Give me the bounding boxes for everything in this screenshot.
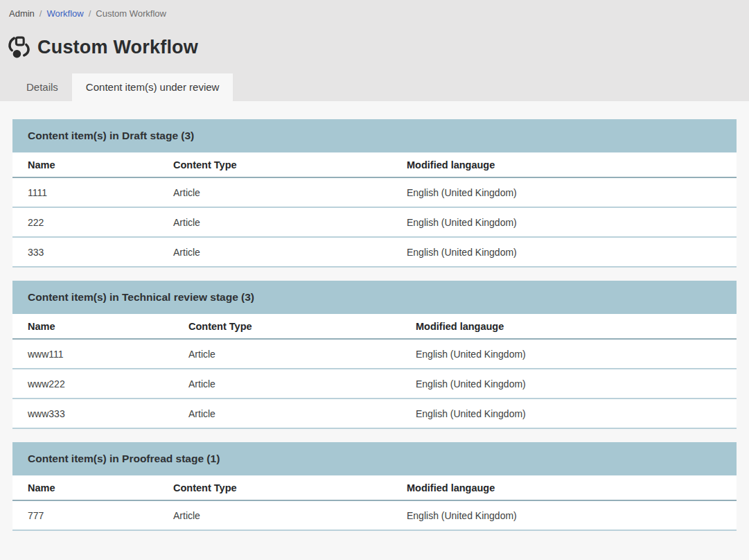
tab-details[interactable]: Details: [12, 73, 72, 101]
breadcrumb-item-current: Custom Workflow: [96, 8, 166, 19]
column-header: Content Type: [158, 152, 391, 177]
stage-section: Content item(s) in Draft stage (3) NameC…: [12, 119, 737, 268]
table-row: 1111ArticleEnglish (United Kingdom): [12, 177, 737, 207]
column-header: Content Type: [173, 314, 400, 339]
tab-content-items-under-review[interactable]: Content item(s) under review: [72, 73, 233, 101]
stage-section-title: Content item(s) in Technical review stag…: [12, 281, 737, 314]
content-items-table: NameContent TypeModified langauge 777Art…: [12, 475, 737, 531]
breadcrumb: Admin/Workflow/Custom Workflow: [0, 8, 749, 26]
content-items-table: NameContent TypeModified langauge 1111Ar…: [12, 152, 737, 268]
column-header: Modified langauge: [391, 152, 737, 177]
table-row: 777ArticleEnglish (United Kingdom): [12, 500, 737, 530]
table-cell: Article: [173, 339, 400, 369]
table-cell: Article: [158, 237, 391, 267]
table-cell: www222: [12, 369, 173, 399]
table-cell: 333: [12, 237, 158, 267]
table-cell: English (United Kingdom): [400, 339, 737, 369]
stage-section-title: Content item(s) in Draft stage (3): [12, 119, 737, 152]
table-cell: English (United Kingdom): [391, 500, 737, 530]
table-cell: Article: [173, 399, 400, 428]
breadcrumb-separator: /: [89, 8, 91, 19]
breadcrumb-item-admin: Admin: [9, 8, 35, 19]
page-title: Custom Workflow: [37, 37, 198, 58]
tab-bar: Details Content item(s) under review: [0, 73, 749, 101]
title-bar: Custom Workflow: [0, 26, 749, 67]
table-row: www222ArticleEnglish (United Kingdom): [12, 369, 737, 399]
breadcrumb-item-workflow[interactable]: Workflow: [46, 8, 83, 19]
table-cell: English (United Kingdom): [400, 369, 737, 399]
column-header: Content Type: [158, 475, 391, 500]
table-header-row: NameContent TypeModified langauge: [12, 475, 737, 500]
table-cell: 777: [12, 500, 158, 530]
column-header: Name: [12, 152, 158, 177]
column-header: Name: [12, 475, 158, 500]
table-cell: English (United Kingdom): [391, 177, 737, 207]
breadcrumb-separator: /: [39, 8, 42, 19]
table-cell: 222: [12, 207, 158, 237]
table-cell: English (United Kingdom): [400, 399, 737, 428]
table-cell: English (United Kingdom): [391, 207, 737, 237]
table-cell: Article: [158, 500, 391, 530]
table-row: 333ArticleEnglish (United Kingdom): [12, 237, 737, 267]
stage-section: Content item(s) in Technical review stag…: [12, 281, 737, 429]
column-header: Name: [12, 314, 173, 339]
content-items-table: NameContent TypeModified langauge www111…: [12, 314, 737, 429]
table-cell: Article: [158, 177, 391, 207]
table-cell: Article: [173, 369, 400, 399]
table-row: www111ArticleEnglish (United Kingdom): [12, 339, 737, 369]
table-row: 222ArticleEnglish (United Kingdom): [12, 207, 737, 237]
workflow-icon: [7, 35, 31, 60]
table-cell: English (United Kingdom): [391, 237, 737, 267]
sections: Content item(s) in Draft stage (3) NameC…: [0, 101, 749, 547]
table-cell: Article: [158, 207, 391, 237]
column-header: Modified langauge: [391, 475, 737, 500]
table-cell: 1111: [12, 177, 158, 207]
column-header: Modified langauge: [400, 314, 737, 339]
table-row: www333ArticleEnglish (United Kingdom): [12, 399, 737, 428]
table-header-row: NameContent TypeModified langauge: [12, 314, 737, 339]
table-header-row: NameContent TypeModified langauge: [12, 152, 737, 177]
top-header-area: Admin/Workflow/Custom Workflow Custom Wo…: [0, 0, 749, 101]
table-cell: www111: [12, 339, 173, 369]
stage-section: Content item(s) in Proofread stage (1) N…: [12, 442, 737, 531]
stage-section-title: Content item(s) in Proofread stage (1): [12, 442, 737, 475]
table-cell: www333: [12, 399, 173, 428]
